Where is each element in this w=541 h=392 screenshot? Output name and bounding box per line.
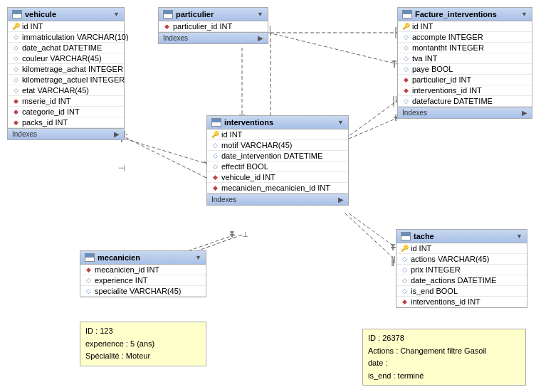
field-particulier-id: ◆ particulier_id INT: [159, 21, 268, 32]
footer-arrow[interactable]: ▶: [522, 109, 527, 117]
diamond-icon: ◇: [402, 65, 409, 73]
key-icon: 🔑: [12, 23, 19, 30]
svg-line-39: [349, 213, 396, 248]
table-mecanicien[interactable]: mecanicien ▼ ◆ mecanicien_id INT ◇ exper…: [80, 250, 206, 297]
field-interventions-date: ◇ date_intervention DATETIME: [207, 151, 348, 161]
tooltip-mecanicien-line1: ID : 123: [85, 325, 201, 338]
svg-text:⊣: ⊣: [118, 164, 125, 172]
key-icon: 🔑: [211, 131, 219, 138]
key-icon: 🔑: [401, 245, 408, 252]
tooltip-mecanicien-line2: experience : 5 (ans): [85, 338, 201, 351]
svg-line-9: [345, 100, 399, 139]
svg-line-6: [121, 135, 206, 178]
diamond-icon: ◇: [85, 277, 92, 284]
field-facture-interventions-id: ◆ interventions_id INT: [398, 85, 532, 96]
field-vehicule-km-achat: ◇ kilometrage_achat INTEGER: [8, 64, 124, 75]
field-vehicule-categorie-id: ◆ categorie_id INT: [8, 107, 124, 117]
diamond-icon: ◇: [401, 277, 408, 284]
diagram-canvas: | | -||- -||- | ⊥ ⊥ | ⊣ | vehicule ▼: [0, 0, 541, 392]
table-vehicule-footer[interactable]: Indexes ▶: [8, 128, 124, 139]
field-interventions-mecanicien-id: ◆ mecanicien_mecanicien_id INT: [207, 183, 348, 194]
tooltip-tache: ID : 26378 Actions : Changement filtre G…: [362, 329, 526, 386]
diamond-icon: ◇: [211, 152, 219, 159]
table-tache-icon: [401, 232, 411, 240]
table-interventions[interactable]: interventions ▼ 🔑 id INT ◇ motif VARCHAR…: [206, 115, 349, 206]
table-facture-interventions[interactable]: Facture_interventions ▼ 🔑 id INT ◇ accom…: [397, 7, 532, 119]
field-facture-datefacture: ◇ datefacture DATETIME: [398, 96, 532, 107]
table-interventions-arrow[interactable]: ▼: [337, 119, 344, 126]
diamond-icon: ◇: [402, 33, 409, 41]
diamond-red-icon: ◆: [163, 23, 170, 30]
diamond-icon: ◇: [402, 44, 409, 51]
field-tache-actions: ◇ actions VARCHAR(45): [396, 254, 527, 265]
table-interventions-header: interventions ▼: [207, 116, 348, 129]
tooltip-tache-line2: Actions : Changement filtre Gasoil: [368, 345, 520, 358]
table-tache-header: tache ▼: [396, 230, 527, 243]
diamond-red-icon: ◆: [402, 87, 409, 94]
table-vehicule-icon: [12, 10, 22, 18]
table-particulier-footer[interactable]: Indexes ▶: [159, 32, 268, 43]
field-mecanicien-experience: ◇ experience INT: [80, 275, 206, 286]
table-mecanicien-arrow[interactable]: ▼: [195, 254, 201, 261]
diamond-icon: ◇: [12, 33, 19, 41]
table-facture-arrow[interactable]: ▼: [521, 11, 527, 18]
table-facture-footer[interactable]: Indexes ▶: [398, 107, 532, 118]
field-interventions-motif: ◇ motif VARCHAR(45): [207, 140, 348, 151]
svg-text:|: |: [392, 258, 394, 266]
table-vehicule-name: vehicule: [25, 10, 56, 18]
table-tache-arrow[interactable]: ▼: [516, 233, 522, 240]
diamond-icon: ◇: [211, 142, 219, 149]
table-particulier[interactable]: particulier ▼ ◆ particulier_id INT Index…: [158, 7, 268, 44]
field-tache-interventions-id: ◆ interventions_id INT: [396, 297, 527, 307]
field-vehicule-couleur: ◇ couleur VARCHAR(45): [8, 53, 124, 64]
table-facture-name: Facture_interventions: [415, 10, 497, 18]
table-interventions-name: interventions: [224, 118, 273, 127]
field-facture-accompte: ◇ accompte INTEGER: [398, 32, 532, 43]
diamond-icon: ◇: [12, 55, 19, 62]
table-facture-header: Facture_interventions ▼: [398, 8, 532, 21]
field-vehicule-km-actuel: ◇ kilometrage_actuel INTEGER: [8, 75, 124, 85]
tooltip-mecanicien: ID : 123 experience : 5 (ans) Spécialité…: [80, 322, 206, 366]
field-tache-is-end: ◇ is_end BOOL: [396, 286, 527, 297]
key-icon: 🔑: [402, 23, 409, 30]
field-interventions-vehicule-id: ◆ vehicule_id INT: [207, 172, 348, 183]
tooltip-tache-line1: ID : 26378: [368, 332, 520, 345]
tooltip-mecanicien-line3: Spécialité : Moteur: [85, 350, 201, 363]
footer-arrow[interactable]: ▶: [114, 130, 120, 138]
table-vehicule-arrow[interactable]: ▼: [113, 11, 120, 18]
table-particulier-header: particulier ▼: [159, 8, 268, 21]
svg-line-29: [349, 117, 399, 139]
table-vehicule[interactable]: vehicule ▼ 🔑 id INT ◇ immatriculation VA…: [7, 7, 125, 140]
svg-line-20: [268, 33, 397, 64]
field-interventions-id: 🔑 id INT: [207, 129, 348, 140]
diamond-icon: ◇: [401, 266, 408, 273]
diamond-icon: ◇: [211, 163, 219, 170]
table-particulier-arrow[interactable]: ▼: [257, 11, 263, 18]
diamond-red-icon: ◆: [12, 97, 19, 105]
diamond-icon: ◇: [401, 287, 408, 295]
diamond-red-icon: ◆: [85, 266, 92, 273]
field-mecanicien-id: ◆ mecanicien_id INT: [80, 265, 206, 275]
table-tache-name: tache: [414, 232, 434, 240]
table-mecanicien-icon: [85, 253, 95, 262]
diamond-icon: ◇: [402, 55, 409, 62]
table-tache[interactable]: tache ▼ 🔑 id INT ◇ actions VARCHAR(45) ◇…: [396, 229, 527, 308]
table-particulier-icon: [163, 10, 173, 18]
field-vehicule-immatriculation: ◇ immatriculation VARCHAR(10): [8, 32, 124, 43]
table-particulier-name: particulier: [176, 10, 214, 18]
diamond-red-icon: ◆: [211, 184, 219, 191]
tooltip-tache-line3: date :: [368, 357, 520, 370]
footer-arrow[interactable]: ▶: [258, 34, 263, 42]
field-facture-id: 🔑 id INT: [398, 21, 532, 32]
field-vehicule-etat: ◇ etat VARCHAR(45): [8, 85, 124, 96]
table-interventions-footer[interactable]: Indexes ▶: [207, 194, 348, 205]
footer-arrow[interactable]: ▶: [338, 196, 344, 203]
diamond-red-icon: ◆: [402, 76, 409, 83]
field-tache-prix: ◇ prix INTEGER: [396, 265, 527, 275]
field-facture-montantht: ◇ montantht INTEGER: [398, 43, 532, 53]
table-vehicule-header: vehicule ▼: [8, 8, 124, 21]
svg-text:⊥: ⊥: [242, 231, 248, 238]
field-vehicule-mserie-id: ◆ mserie_id INT: [8, 96, 124, 107]
field-facture-tva: ◇ tva INT: [398, 53, 532, 64]
table-facture-icon: [402, 10, 412, 18]
